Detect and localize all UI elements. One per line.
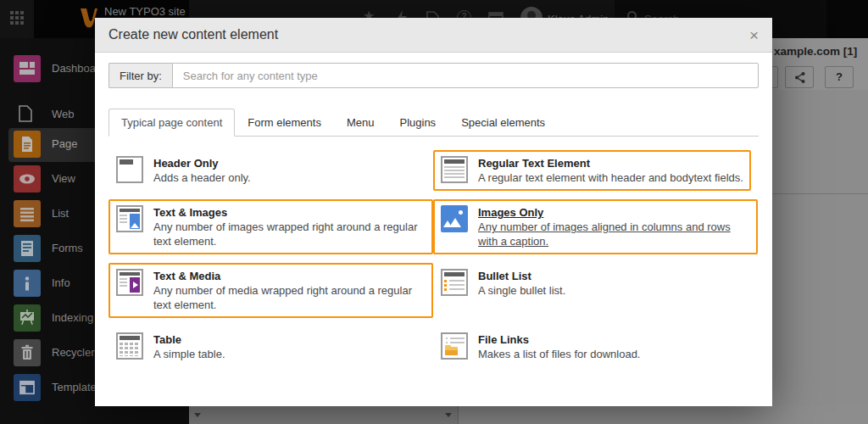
recycler-trash-icon [14,339,41,366]
ce-item-title: Images Only [478,205,750,220]
textpic-icon [116,205,143,232]
ce-item-desc: Any number of images aligned in columns … [478,220,750,248]
modulemenu-toggle-icon[interactable] [10,11,24,25]
tab-form-elements[interactable]: Form elements [235,109,334,137]
modal-header: Create new content element × [95,18,772,53]
ce-item-title: Text & Media [153,269,426,283]
ce-item-title: Text & Images [153,205,426,220]
ce-item-title: Regular Text Element [478,156,743,170]
filelinks-icon [441,332,468,360]
tab-menu[interactable]: Menu [334,109,387,137]
web-icon [19,105,32,122]
forms-icon [14,235,41,262]
header-only-icon [116,156,143,183]
page-icon [14,131,41,158]
chevron-down-icon[interactable] [194,413,201,417]
table-icon [116,332,143,360]
ce-item-desc: A single bullet list. [478,283,750,298]
tab-typical-page-content[interactable]: Typical page content [108,109,235,137]
ce-item-title: Bullet List [478,269,750,283]
sidebar-item-label: Web [52,101,75,128]
share-icon [793,71,806,84]
ce-item-title: Header Only [153,156,426,170]
content-type-search-input[interactable] [172,63,759,88]
page-path-title: xample.com [1] [774,45,857,58]
wizard-tabs: Typical page content Form elements Menu … [108,109,759,137]
dashboard-icon [14,55,41,82]
ce-item-desc: Adds a header only. [153,170,426,185]
sidebar-item-label: Template [52,374,97,401]
site-name: New TYPO3 site [104,5,186,18]
view-eye-icon [14,165,41,192]
ce-item-text-media[interactable]: Text & Media Any number of media wrapped… [108,263,433,318]
ce-item-desc: Any number of media wrapped right around… [153,283,426,312]
bullets-icon [441,269,468,296]
bottom-toolbar [189,406,868,424]
ce-item-file-links[interactable]: File Links Makes a list of files for dow… [433,326,758,367]
template-icon [14,374,41,401]
ce-item-table[interactable]: Table A simple table. [108,326,433,367]
ce-item-header-only[interactable]: Header Only Adds a header only. [108,150,433,191]
ce-item-desc: Any number of images wrapped right aroun… [153,220,426,248]
ce-item-regular-text[interactable]: Regular Text Element A regular text elem… [433,150,751,191]
help-button[interactable]: ? [825,66,854,88]
textmedia-icon [116,269,143,296]
tab-special-elements[interactable]: Special elements [448,109,558,137]
ce-item-desc: A regular text element with header and b… [478,170,743,185]
filter-group: Filter by: [108,63,759,88]
ce-item-title: File Links [478,332,750,347]
chevron-down-icon[interactable] [445,413,452,417]
sidebar-item-label: Info [52,270,70,297]
topbar-right-segment [826,0,868,38]
info-icon [14,270,41,297]
ce-item-images-only[interactable]: Images Only Any number of images aligned… [433,199,758,254]
bottom-toolbar-divider [458,406,459,424]
list-icon [14,200,41,227]
sidebar-item-label: Forms [52,235,83,262]
close-icon[interactable]: × [749,27,759,43]
sidebar-item-label: Indexing [52,304,93,332]
share-button[interactable] [785,66,814,88]
filter-by-label: Filter by: [108,63,172,88]
indexing-icon [14,304,41,332]
create-content-element-modal: Create new content element × Filter by: … [95,18,772,406]
sidebar-item-label: View [52,165,75,192]
bottom-toolbar-right [459,406,868,424]
modal-body: Filter by: Typical page content Form ele… [95,53,772,386]
content-element-grid: Header Only Adds a header only. Regular … [108,150,759,376]
ce-item-text-images[interactable]: Text & Images Any number of images wrapp… [108,199,433,254]
text-icon [441,156,468,183]
ce-item-bullet-list[interactable]: Bullet List A single bullet list. [433,263,758,318]
images-icon [441,205,468,232]
typo3-backend-screen: New TYPO3 site 11.5.1 ★ ? Klaus Admin Se… [0,0,868,424]
modal-title: Create new content element [108,27,749,42]
content-divider [772,193,868,194]
sidebar-item-label: List [52,200,69,227]
ce-item-desc: A simple table. [153,347,426,361]
sidebar-item-label: Page [52,131,77,158]
tab-plugins[interactable]: Plugins [387,109,448,137]
ce-item-desc: Makes a list of files for download. [478,347,750,361]
sidebar-item-label: Recycler [52,339,95,366]
ce-item-title: Table [153,332,426,347]
